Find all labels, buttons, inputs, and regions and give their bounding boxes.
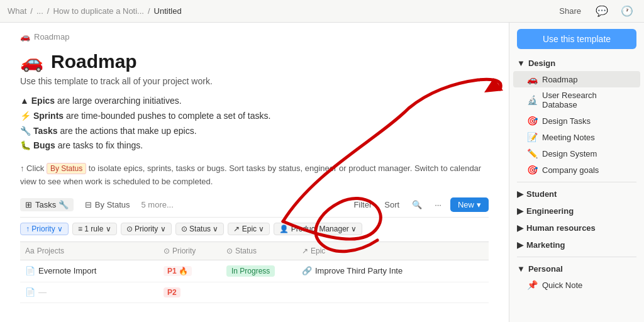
- col-priority-label: Priority: [172, 247, 196, 255]
- sidebar-section-student-header[interactable]: ▶ Student: [509, 186, 644, 202]
- chevron-right-icon-4: ▶: [517, 240, 523, 250]
- cell-name-empty: 📄 —: [20, 286, 158, 299]
- search-button[interactable]: 🔍: [408, 198, 426, 211]
- sidebar-item-design-tasks[interactable]: 🎯 Design Tasks: [513, 113, 640, 129]
- sidebar-item-quick-note-label: Quick Note: [542, 280, 582, 290]
- comment-icon[interactable]: 💬: [592, 4, 611, 18]
- tasks-view-tab[interactable]: ⊞ Tasks 🔧: [20, 198, 74, 211]
- col-projects: Aa Projects: [20, 245, 158, 257]
- tasks-tab-label: Tasks 🔧: [35, 200, 69, 209]
- sidebar-item-roadmap[interactable]: 🚗 Roadmap: [513, 71, 640, 87]
- filter-button[interactable]: Filter: [350, 198, 375, 211]
- sort-button[interactable]: Sort: [380, 198, 403, 211]
- sidebar-section-engineering: ▶ Engineering: [509, 203, 644, 219]
- share-button[interactable]: Share: [554, 4, 586, 18]
- cell-name: 📄 Evernote Import: [20, 264, 158, 277]
- new-button[interactable]: New ▾: [450, 197, 489, 212]
- filter-status[interactable]: ⊙ Status ∨: [175, 223, 225, 235]
- breadcrumb-current: Untitled: [154, 6, 182, 16]
- sidebar-section-design-header[interactable]: ▼ Design: [509, 55, 644, 71]
- row-doc-icon-2: 📄: [25, 287, 35, 297]
- cell-priority-empty: P2: [158, 286, 221, 299]
- sidebar-section-marketing: ▶ Marketing: [509, 237, 644, 253]
- sidebar-item-meeting-notes[interactable]: 📝 Meeting Notes: [513, 129, 640, 145]
- sidebar-item-company-goals[interactable]: 🎯 Company goals: [513, 162, 640, 178]
- bullet-list: ▲ Epics are large overarching initiative…: [20, 94, 489, 153]
- section-personal-label: Personal: [528, 264, 563, 274]
- sidebar-divider-2: [517, 257, 636, 257]
- bullet-bugs: 🐛 Bugs are tasks to fix things.: [20, 138, 489, 153]
- more-options-button[interactable]: ···: [431, 198, 445, 211]
- topbar-actions: Share 💬 🕐: [554, 4, 636, 18]
- sidebar-section-hr: ▶ Human resources: [509, 220, 644, 236]
- sidebar-item-design-system-label: Design System: [542, 149, 597, 158]
- epic-name: Improve Third Party Inte: [315, 266, 402, 275]
- sidebar-item-quick-note[interactable]: 📌 Quick Note: [513, 277, 640, 293]
- roadmap-icon: 🚗: [527, 74, 538, 84]
- clock-icon[interactable]: 🕐: [618, 4, 636, 18]
- sidebar-item-user-research[interactable]: 🔬 User Research Database: [513, 87, 640, 113]
- breadcrumb-item[interactable]: ...: [36, 6, 43, 16]
- page-breadcrumb-icon: 🚗: [20, 32, 30, 42]
- col-projects-label: Projects: [37, 247, 64, 255]
- filter-rule[interactable]: ≡ 1 rule ∨: [72, 223, 117, 235]
- filter-priority[interactable]: ↑ Priority ∨: [20, 223, 69, 235]
- toolbar-left: ⊞ Tasks 🔧 ⊟ By Status 5 more...: [20, 198, 174, 211]
- bullet-sprints: ⚡ Sprints are time-bounded pushes to com…: [20, 109, 489, 124]
- sidebar-section-marketing-header[interactable]: ▶ Marketing: [509, 237, 644, 253]
- col-status-icon: ⊙: [226, 247, 233, 255]
- new-button-label: New: [458, 200, 474, 209]
- toolbar-row: ⊞ Tasks 🔧 ⊟ By Status 5 more... Filter S…: [20, 197, 489, 218]
- quick-note-icon: 📌: [527, 280, 538, 290]
- by-status-label: By Status: [95, 200, 130, 209]
- col-priority-icon: ⊙: [164, 247, 170, 255]
- page-title-row: 🚗 Roadmap: [20, 50, 489, 72]
- status-badge: In Progress: [226, 265, 275, 277]
- chevron-right-icon-2: ▶: [517, 206, 523, 216]
- toolbar-right: Filter Sort 🔍 ··· New ▾: [350, 197, 489, 212]
- page-title: Roadmap: [51, 51, 137, 72]
- topbar: What / ... / How to duplicate a Noti... …: [0, 0, 644, 23]
- chevron-down-icon: ▼: [517, 58, 525, 68]
- cell-status: In Progress: [221, 264, 297, 279]
- col-epic-label: Epic: [311, 247, 325, 255]
- sidebar-section-engineering-header[interactable]: ▶ Engineering: [509, 203, 644, 219]
- bullet-tasks: 🔧 Tasks are the actions that make up epi…: [20, 124, 489, 139]
- sidebar-item-meeting-notes-label: Meeting Notes: [542, 133, 595, 142]
- by-status-view-tab[interactable]: ⊟ By Status: [80, 198, 135, 211]
- use-template-button[interactable]: Use this template: [517, 29, 636, 49]
- filter-priority-2[interactable]: ⊙ Priority ∨: [121, 223, 172, 235]
- table-row[interactable]: 📄 — P2: [20, 282, 489, 303]
- col-priority: ⊙ Priority: [158, 245, 221, 257]
- table-row[interactable]: 📄 Evernote Import P1 🔥 In Progress 🔗 Imp…: [20, 260, 489, 282]
- sidebar-item-user-research-label: User Research Database: [542, 91, 630, 109]
- grid-icon: ⊞: [25, 200, 32, 209]
- sidebar-item-company-goals-label: Company goals: [542, 165, 599, 175]
- sidebar-section-design: ▼ Design 🚗 Roadmap 🔬 User Research Datab…: [509, 55, 644, 178]
- breadcrumb-item[interactable]: How to duplicate a Noti...: [53, 6, 144, 16]
- company-goals-icon: 🎯: [527, 165, 538, 175]
- sidebar-section-hr-header[interactable]: ▶ Human resources: [509, 220, 644, 236]
- col-epic-icon: ↗: [302, 247, 308, 255]
- design-system-icon: ✏️: [527, 148, 538, 158]
- sidebar-divider-1: [517, 182, 636, 182]
- section-marketing-label: Marketing: [526, 240, 565, 250]
- col-status-label: Status: [235, 247, 257, 255]
- table-header: Aa Projects ⊙ Priority ⊙ Status ↗ Epic: [20, 242, 489, 260]
- bullet-epics: ▲ Epics are large overarching initiative…: [20, 94, 489, 109]
- filter-product-manager[interactable]: 👤 Product Manager ∨: [274, 223, 362, 235]
- filter-epic[interactable]: ↗ Epic ∨: [228, 223, 270, 235]
- more-views-link[interactable]: 5 more...: [141, 200, 173, 209]
- sidebar-item-roadmap-label: Roadmap: [542, 75, 577, 84]
- breadcrumb: What / ... / How to duplicate a Noti... …: [8, 6, 182, 16]
- sidebar-section-personal-header[interactable]: ▼ Personal: [509, 261, 644, 277]
- cell-status-empty: [221, 291, 297, 294]
- content-wrapper: 🚗 Roadmap 🚗 Roadmap Use this template to…: [0, 23, 509, 322]
- priority-badge: P1 🔥: [164, 266, 192, 276]
- inline-status-tag[interactable]: By Status: [47, 163, 86, 174]
- main-content: 🚗 Roadmap 🚗 Roadmap Use this template to…: [0, 23, 509, 316]
- sidebar-item-design-tasks-label: Design Tasks: [542, 116, 591, 126]
- sidebar-section-personal: ▼ Personal 📌 Quick Note: [509, 261, 644, 293]
- sidebar-item-design-system[interactable]: ✏️ Design System: [513, 145, 640, 162]
- breadcrumb-item[interactable]: What: [8, 6, 26, 16]
